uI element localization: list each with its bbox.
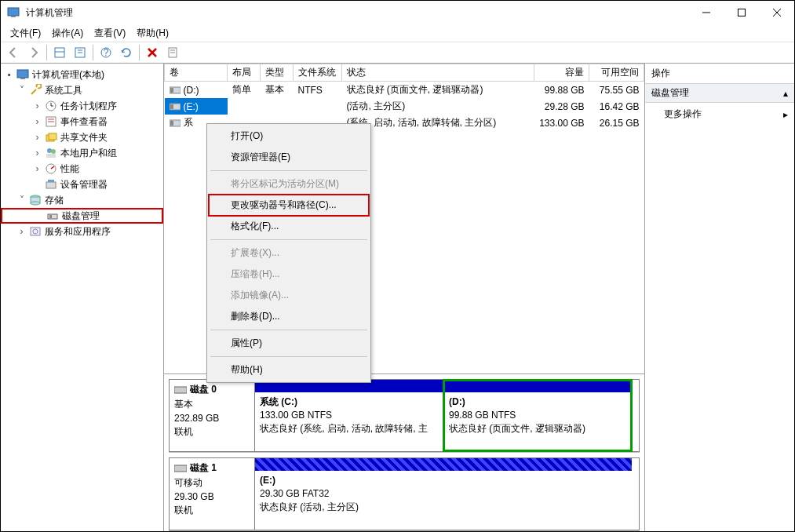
- actions-header: 操作: [645, 64, 794, 84]
- partition[interactable]: 系统 (C:)133.00 GB NTFS状态良好 (系统, 启动, 活动, 故…: [255, 380, 443, 451]
- expand-icon[interactable]: ›: [32, 101, 42, 111]
- app-icon: [7, 6, 20, 19]
- cm-properties[interactable]: 属性(P): [209, 333, 369, 354]
- partition[interactable]: (D:)99.88 GB NTFS状态良好 (页面文件, 逻辑驱动器): [443, 380, 632, 451]
- expand-icon[interactable]: ›: [32, 133, 42, 143]
- disk-size: 29.30 GB: [174, 491, 250, 502]
- tree-local-users[interactable]: › 本地用户和组: [1, 145, 163, 161]
- menu-help[interactable]: 帮助(H): [132, 25, 173, 42]
- tree-label: 磁盘管理: [62, 210, 100, 223]
- device-icon: [45, 178, 57, 191]
- svg-rect-6: [55, 48, 64, 57]
- svg-rect-38: [49, 215, 52, 218]
- partition-status: 状态良好 (系统, 启动, 活动, 故障转储, 主: [260, 423, 428, 434]
- tree-event-viewer[interactable]: › 事件查看器: [1, 114, 163, 129]
- delete-button[interactable]: [143, 43, 162, 62]
- svg-point-29: [51, 149, 56, 154]
- cm-explorer[interactable]: 资源管理器(E): [209, 147, 369, 168]
- toolbar-btn-1[interactable]: [50, 43, 69, 62]
- cm-format[interactable]: 格式化(F)...: [209, 216, 369, 237]
- blank-icon: [34, 211, 44, 221]
- minimize-button[interactable]: [688, 1, 724, 24]
- tree-shared-folders[interactable]: › 共享文件夹: [1, 129, 163, 145]
- cm-help[interactable]: 帮助(H): [209, 359, 369, 381]
- col-status[interactable]: 状态: [342, 64, 534, 82]
- table-row[interactable]: (D:)简单基本NTFS状态良好 (页面文件, 逻辑驱动器)99.88 GB75…: [165, 82, 644, 99]
- cm-open[interactable]: 打开(O): [209, 126, 369, 147]
- menu-view[interactable]: 查看(V): [89, 25, 130, 42]
- expand-icon[interactable]: ›: [32, 117, 42, 127]
- col-type[interactable]: 类型: [261, 64, 294, 82]
- forward-button[interactable]: [24, 43, 43, 62]
- volume-table: 卷 布局 类型 文件系统 状态 容量 可用空间 (D:)简单基本NTFS状态良好…: [164, 64, 644, 131]
- refresh-button[interactable]: [117, 43, 136, 62]
- tree-label: 服务和应用程序: [45, 225, 111, 239]
- disk-info: 磁盘 0基本232.89 GB联机: [169, 379, 255, 452]
- cell-free: 16.42 GB: [589, 98, 644, 115]
- collapse-icon[interactable]: ▴: [783, 88, 788, 99]
- expand-icon[interactable]: ˅: [16, 86, 27, 96]
- partition-header: [255, 458, 632, 471]
- navigation-tree: ▪ 计算机管理(本地) ˅ 系统工具 › 任务计划程序 › 事件查看器 ›: [1, 64, 164, 531]
- toolbar-btn-2[interactable]: [71, 43, 89, 62]
- menu-action[interactable]: 操作(A): [47, 25, 88, 42]
- cm-shrink: 压缩卷(H)...: [209, 264, 369, 285]
- maximize-button[interactable]: [724, 1, 759, 24]
- svg-rect-0: [8, 8, 19, 16]
- col-capacity[interactable]: 容量: [534, 64, 589, 82]
- cell-capacity: 99.88 GB: [534, 82, 589, 99]
- cell-type: [261, 98, 294, 115]
- disk-row: 磁盘 1可移动29.30 GB联机(E:)29.30 GB FAT32状态良好 …: [169, 457, 640, 531]
- expand-icon[interactable]: ˅: [16, 195, 27, 206]
- expand-icon[interactable]: ›: [32, 164, 42, 174]
- actions-panel: 操作 磁盘管理 ▴ 更多操作 ▸: [645, 64, 794, 531]
- disk-icon: [174, 464, 187, 473]
- tree-services-apps[interactable]: › 服务和应用程序: [1, 224, 163, 239]
- actions-section-title[interactable]: 磁盘管理 ▴: [645, 84, 794, 103]
- disk-name: 磁盘 1: [190, 461, 217, 475]
- cell-volume: (D:): [165, 82, 228, 99]
- tree-device-manager[interactable]: 设备管理器: [1, 177, 163, 192]
- partition-header: [444, 380, 632, 392]
- tree-task-scheduler[interactable]: › 任务计划程序: [1, 98, 163, 114]
- tree-performance[interactable]: › 性能: [1, 161, 163, 177]
- tree-disk-management[interactable]: 磁盘管理: [1, 208, 163, 224]
- properties-button[interactable]: [163, 43, 182, 62]
- toolbar-separator: [46, 45, 47, 60]
- expand-icon[interactable]: ›: [32, 148, 42, 159]
- tree-label: 系统工具: [45, 84, 82, 97]
- disk-row: 磁盘 0基本232.89 GB联机系统 (C:)133.00 GB NTFS状态…: [169, 379, 640, 453]
- table-row[interactable]: (E:)(活动, 主分区)29.28 GB16.42 GB: [165, 98, 644, 115]
- partition-size: 133.00 GB NTFS: [260, 410, 332, 421]
- chevron-right-icon: ▸: [783, 109, 788, 120]
- computer-icon: [16, 68, 29, 81]
- partition[interactable]: (E:)29.30 GB FAT32状态良好 (活动, 主分区): [255, 458, 632, 530]
- disk-icon: [174, 385, 187, 395]
- col-volume[interactable]: 卷: [165, 64, 228, 82]
- svg-rect-3: [738, 9, 745, 16]
- collapse-icon[interactable]: ▪: [4, 70, 14, 80]
- col-filesystem[interactable]: 文件系统: [294, 64, 342, 82]
- help-toolbar-button[interactable]: ?: [97, 43, 115, 62]
- tree-root[interactable]: ▪ 计算机管理(本地): [1, 67, 163, 82]
- cell-capacity: 29.28 GB: [534, 98, 589, 115]
- col-layout[interactable]: 布局: [228, 64, 261, 82]
- svg-rect-48: [174, 465, 187, 472]
- col-freespace[interactable]: 可用空间: [589, 64, 644, 82]
- expand-icon[interactable]: ›: [16, 227, 27, 237]
- cm-delete[interactable]: 删除卷(D)...: [209, 306, 369, 327]
- menu-separator: [210, 170, 367, 171]
- actions-more[interactable]: 更多操作 ▸: [645, 103, 794, 126]
- actions-more-label: 更多操作: [664, 107, 702, 121]
- close-button[interactable]: [759, 1, 794, 24]
- tree-system-tools[interactable]: ˅ 系统工具: [1, 82, 163, 98]
- actions-section-label: 磁盘管理: [651, 86, 689, 100]
- svg-rect-32: [46, 182, 56, 188]
- back-button[interactable]: [4, 43, 23, 62]
- svg-rect-30: [46, 154, 56, 158]
- tree-storage[interactable]: ˅ 存储: [1, 192, 163, 208]
- cell-status: (活动, 主分区): [342, 98, 534, 115]
- storage-icon: [29, 194, 42, 206]
- cm-change-letter[interactable]: 更改驱动器号和路径(C)...: [209, 195, 369, 216]
- menu-file[interactable]: 文件(F): [5, 25, 46, 42]
